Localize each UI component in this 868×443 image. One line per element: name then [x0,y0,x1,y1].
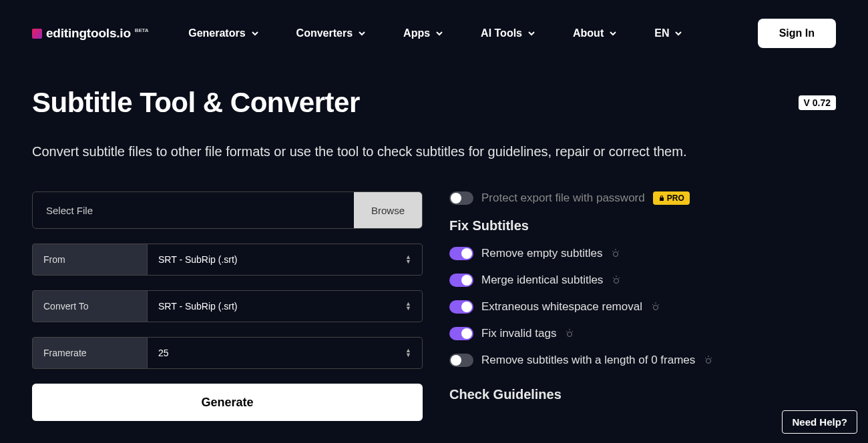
chevron-down-icon [527,29,535,37]
zero-frames-row: Remove subtitles with a length of 0 fram… [449,354,836,367]
logo[interactable]: editingtools.io BETA [32,26,148,41]
lightbulb-icon [564,328,575,339]
protect-row: Protect export file with password PRO [449,191,836,205]
svg-point-16 [706,359,711,364]
from-select[interactable]: SRT - SubRip (.srt) ▲▼ [147,244,423,276]
page-title: Subtitle Tool & Converter [32,87,360,119]
convert-row: Convert To SRT - SubRip (.srt) ▲▼ [32,290,423,322]
logo-text: editingtools.io [46,26,131,41]
nav-label: Converters [296,27,353,39]
lightbulb-icon [611,275,622,286]
nav-ai-tools[interactable]: AI Tools [481,27,535,39]
nav: Generators Converters Apps AI Tools Abou… [188,27,682,39]
sort-icon: ▲▼ [405,255,411,264]
svg-point-8 [653,306,658,310]
remove-empty-label: Remove empty subtitles [481,247,602,260]
svg-line-19 [711,358,712,359]
whitespace-row: Extraneous whitespace removal [449,300,836,314]
pro-badge: PRO [653,191,690,205]
svg-line-2 [612,251,614,252]
svg-line-3 [618,251,620,252]
framerate-row: Framerate 25 ▲▼ [32,337,423,369]
from-label: From [32,244,147,276]
svg-point-4 [614,279,619,284]
convert-select[interactable]: SRT - SubRip (.srt) ▲▼ [147,290,423,322]
framerate-value: 25 [158,348,169,358]
framerate-select[interactable]: 25 ▲▼ [147,337,423,369]
logo-beta: BETA [135,27,148,33]
generate-button[interactable]: Generate [32,384,423,421]
whitespace-label: Extraneous whitespace removal [481,300,642,314]
nav-label: Generators [188,27,245,39]
svg-line-7 [619,278,620,279]
nav-about[interactable]: About [573,27,617,39]
version-badge: V 0.72 [799,95,836,110]
svg-line-10 [652,304,654,306]
file-input-row: Select File Browse [32,191,423,229]
guidelines-heading: Check Guidelines [449,387,836,402]
whitespace-toggle[interactable] [449,300,473,314]
fix-tags-label: Fix invalid tags [481,327,556,340]
convert-label: Convert To [32,290,147,322]
need-help-button[interactable]: Need Help? [782,410,857,434]
pro-text: PRO [667,193,684,203]
options-column: Protect export file with password PRO Fi… [449,191,836,421]
merge-identical-toggle[interactable] [449,274,473,287]
nav-label: About [573,27,604,39]
content: Select File Browse From SRT - SubRip (.s… [32,191,836,421]
remove-empty-row: Remove empty subtitles [449,247,836,260]
main: Subtitle Tool & Converter V 0.72 Convert… [0,67,868,421]
merge-identical-label: Merge identical subtitles [481,274,603,287]
from-row: From SRT - SubRip (.srt) ▲▼ [32,244,423,276]
sort-icon: ▲▼ [405,348,411,358]
form-column: Select File Browse From SRT - SubRip (.s… [32,191,423,421]
sign-in-button[interactable]: Sign In [758,19,836,48]
lock-icon [658,195,665,201]
svg-point-12 [568,332,572,337]
svg-line-18 [705,358,706,359]
svg-point-0 [614,252,618,257]
nav-apps[interactable]: Apps [403,27,443,39]
chevron-down-icon [358,29,366,37]
header: editingtools.io BETA Generators Converte… [0,0,868,67]
nav-label: AI Tools [481,27,522,39]
protect-toggle[interactable] [449,191,473,205]
zero-frames-label: Remove subtitles with a length of 0 fram… [481,354,695,367]
merge-identical-row: Merge identical subtitles [449,274,836,287]
nav-converters[interactable]: Converters [296,27,366,39]
svg-line-14 [566,331,568,332]
chevron-down-icon [609,29,617,37]
nav-label: Apps [403,27,430,39]
convert-value: SRT - SubRip (.srt) [158,301,238,312]
title-row: Subtitle Tool & Converter V 0.72 [32,87,836,119]
page-subtitle: Convert subtitle files to other file for… [32,144,836,159]
svg-line-6 [613,278,614,279]
chevron-down-icon [251,29,259,37]
svg-line-11 [658,304,659,306]
logo-icon [32,29,42,39]
lightbulb-icon [650,302,661,312]
zero-frames-toggle[interactable] [449,354,473,367]
browse-button[interactable]: Browse [354,192,422,228]
remove-empty-toggle[interactable] [449,247,473,260]
lightbulb-icon [703,355,714,366]
file-input[interactable]: Select File [33,192,354,228]
fix-tags-row: Fix invalid tags [449,327,836,340]
fix-tags-toggle[interactable] [449,327,473,340]
from-value: SRT - SubRip (.srt) [158,254,238,265]
framerate-label: Framerate [32,337,147,369]
nav-generators[interactable]: Generators [188,27,258,39]
nav-label: EN [654,27,669,39]
nav-lang[interactable]: EN [654,27,682,39]
svg-line-15 [572,331,574,332]
protect-label: Protect export file with password [481,191,645,205]
sort-icon: ▲▼ [405,302,411,311]
chevron-down-icon [435,29,443,37]
lightbulb-icon [610,248,621,259]
chevron-down-icon [674,29,682,37]
fix-heading: Fix Subtitles [449,218,836,234]
